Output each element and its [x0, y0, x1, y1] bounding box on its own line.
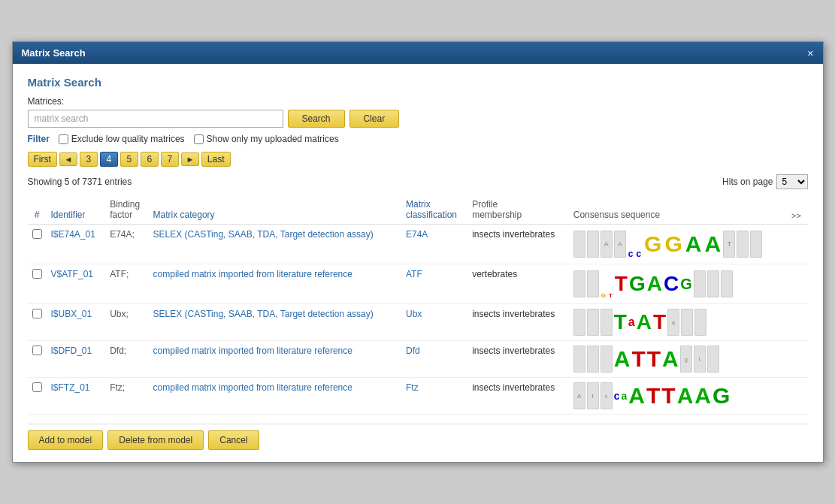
row-consensus-seq: A t c c a A T T A A G — [569, 378, 787, 415]
filter-label: Filter — [28, 134, 50, 144]
page-title: Matrix Search — [28, 76, 808, 89]
row-matrix-classification: ATF — [401, 264, 467, 304]
seq-tile: G — [601, 269, 607, 299]
dialog-content: Matrix Search Matrices: Search Clear Fil… — [13, 64, 823, 462]
add-to-model-button[interactable]: Add to model — [28, 430, 104, 450]
next-page-button[interactable]: ► — [181, 152, 199, 166]
row-matrix-category: compiled matrix imported from literature… — [149, 378, 401, 415]
search-button[interactable]: Search — [288, 110, 345, 128]
row-checkbox-cell — [28, 341, 47, 378]
row-identifier: I$DFD_01 — [47, 341, 106, 378]
seq-tile — [601, 309, 613, 336]
row-arrow — [787, 341, 807, 378]
big-letter-T: T — [615, 272, 628, 296]
big-letter-T: T — [646, 383, 660, 409]
row-consensus-seq: A T T A g t — [569, 341, 787, 378]
seq-tile — [587, 270, 599, 297]
page-6-button[interactable]: 6 — [141, 152, 159, 167]
big-letter-A: A — [637, 310, 652, 334]
seq-tile — [573, 346, 585, 373]
last-page-button[interactable]: Last — [201, 152, 231, 167]
row-consensus-seq: A A c c G G A A T — [569, 225, 787, 264]
row-arrow — [787, 264, 807, 304]
page-5-button[interactable]: 5 — [120, 152, 138, 167]
hits-select[interactable]: 5 10 25 50 — [776, 174, 808, 189]
row-matrix-category: SELEX (CASTing, SAAB, TDA, Target detect… — [149, 304, 401, 341]
identifier-link[interactable]: I$FTZ_01 — [51, 382, 90, 393]
big-letter-G: G — [664, 229, 682, 259]
row-checkbox[interactable] — [32, 229, 42, 239]
row-identifier: I$FTZ_01 — [47, 378, 106, 415]
identifier-link[interactable]: I$UBX_01 — [51, 309, 92, 319]
page-4-button[interactable]: 4 — [100, 152, 118, 167]
seq-tile — [573, 231, 585, 258]
seq-tile: c — [635, 229, 642, 259]
identifier-link[interactable]: V$ATF_01 — [51, 269, 93, 279]
big-letter-T: T — [631, 346, 645, 372]
big-letter-A: A — [614, 346, 631, 372]
consensus-visual: A t c c a A T T A A G — [573, 382, 782, 409]
row-matrix-category: compiled matrix imported from literature… — [149, 341, 401, 378]
seq-tile — [707, 270, 719, 297]
row-arrow — [787, 304, 807, 341]
seq-tile — [573, 270, 585, 297]
col-profile-membership: Profilemembership — [467, 195, 569, 225]
table-row: I$UBX_01 Ubx; SELEX (CASTing, SAAB, TDA,… — [28, 304, 808, 341]
row-matrix-classification: Ubx — [401, 304, 467, 341]
seq-tile — [681, 309, 693, 336]
row-checkbox[interactable] — [32, 382, 42, 392]
seq-tile — [694, 270, 706, 297]
table-row: I$FTZ_01 Ftz; compiled matrix imported f… — [28, 378, 808, 415]
show-only-my-label[interactable]: Show only my uploaded matrices — [194, 134, 339, 144]
clear-button[interactable]: Clear — [349, 110, 400, 128]
table-row: I$DFD_01 Dfd; compiled matrix imported f… — [28, 341, 808, 378]
page-7-button[interactable]: 7 — [161, 152, 179, 167]
pagination: First ◄ 3 4 5 6 7 ► Last — [28, 152, 808, 167]
seq-tile — [601, 346, 613, 373]
row-arrow — [787, 225, 807, 264]
seq-tile: t — [694, 346, 706, 373]
first-page-button[interactable]: First — [28, 152, 57, 167]
row-checkbox[interactable] — [32, 269, 42, 279]
row-profile-membership: vertebrates — [467, 264, 569, 304]
row-binding-factor: ATF; — [105, 264, 148, 304]
row-checkbox[interactable] — [32, 346, 42, 355]
seq-tile: c — [628, 229, 634, 259]
big-letter-A: A — [662, 346, 679, 372]
delete-from-model-button[interactable]: Delete from model — [107, 430, 204, 450]
row-matrix-category: SELEX (CASTing, SAAB, TDA, Target detect… — [149, 225, 401, 264]
matrix-search-dialog: Matrix Search × Matrix Search Matrices: … — [12, 41, 824, 463]
showing-info: Showing 5 of 7371 entries Hits on page 5… — [28, 174, 808, 189]
mid-letter-a: a — [622, 390, 628, 402]
row-checkbox[interactable] — [32, 309, 42, 318]
row-matrix-classification: Ftz — [401, 378, 467, 415]
identifier-link[interactable]: I$E74A_01 — [51, 229, 95, 240]
col-consensus-sequence: Consensus sequence — [569, 195, 787, 225]
col-identifier: Identifier — [47, 195, 106, 225]
big-letter-A: A — [677, 383, 694, 409]
identifier-link[interactable]: I$DFD_01 — [51, 346, 92, 356]
seq-tile: T — [723, 231, 735, 258]
close-button[interactable]: × — [807, 48, 813, 59]
seq-tile — [694, 309, 706, 336]
exclude-low-quality-label[interactable]: Exclude low quality matrices — [59, 134, 185, 144]
seq-tile: a — [667, 309, 679, 336]
big-letter-A: A — [647, 272, 662, 296]
prev-page-button[interactable]: ◄ — [59, 152, 77, 166]
exclude-low-quality-checkbox[interactable] — [59, 134, 68, 144]
consensus-visual: T a A T a — [573, 309, 782, 336]
mid-letter-c: c — [614, 390, 620, 402]
big-letter-T: T — [653, 310, 666, 334]
seq-tile — [707, 346, 719, 373]
hits-on-page: Hits on page 5 10 25 50 — [722, 174, 807, 189]
big-letter-G: G — [712, 383, 730, 409]
showing-text: Showing 5 of 7371 entries — [28, 177, 132, 187]
page-3-button[interactable]: 3 — [80, 152, 98, 167]
row-identifier: I$E74A_01 — [47, 225, 106, 264]
cancel-button[interactable]: Cancel — [208, 430, 259, 450]
show-only-my-checkbox[interactable] — [194, 134, 204, 144]
search-input[interactable] — [28, 110, 283, 128]
col-binding-factor: Bindingfactor — [105, 195, 148, 225]
col-matrix-category: Matrix category — [149, 195, 401, 225]
seq-tile — [750, 231, 762, 258]
